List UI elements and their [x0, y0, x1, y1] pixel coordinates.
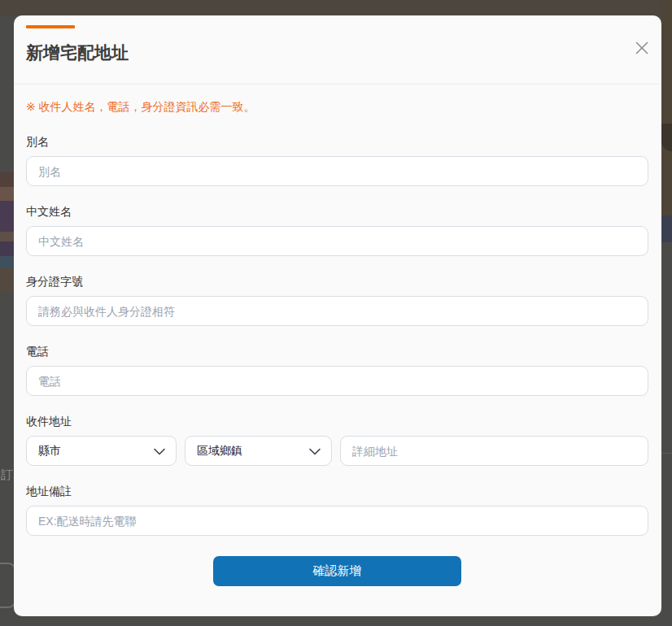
- field-chinese-name: 中文姓名: [26, 203, 648, 256]
- city-select-value: 縣市: [38, 444, 61, 459]
- submit-row: 確認新增: [26, 556, 648, 586]
- background-right-area: [661, 242, 672, 626]
- field-id-number: 身分證字號: [26, 273, 648, 326]
- alias-input[interactable]: [26, 156, 648, 186]
- alias-label: 別名: [26, 133, 648, 150]
- modal-title: 新增宅配地址: [26, 42, 648, 63]
- id-number-input[interactable]: [26, 296, 648, 326]
- background-right-illustration: [661, 0, 672, 215]
- confirm-add-button[interactable]: 確認新增: [213, 556, 461, 586]
- accent-bar: [26, 25, 75, 28]
- chinese-name-label: 中文姓名: [26, 203, 648, 220]
- phone-input[interactable]: [26, 366, 648, 396]
- field-delivery-address: 收件地址 縣市 區域鄉鎮: [26, 413, 648, 466]
- modal-header: 新增宅配地址: [14, 15, 661, 85]
- chinese-name-input[interactable]: [26, 226, 648, 256]
- address-detail-input[interactable]: [340, 436, 648, 466]
- background-right-illustration-detail: [661, 124, 672, 151]
- background-right-divider: [661, 453, 672, 454]
- close-icon: [635, 41, 649, 55]
- chevron-down-icon: [309, 445, 321, 458]
- phone-label: 電話: [26, 343, 648, 359]
- district-select-value: 區域鄉鎮: [197, 444, 242, 459]
- background-partial-text: 訂單: [1, 467, 15, 483]
- field-address-note: 地址備註: [26, 483, 648, 536]
- city-select[interactable]: 縣市: [26, 436, 177, 466]
- required-notice: ※ 收件人姓名，電話，身分證資訊必需一致。: [26, 99, 648, 115]
- chevron-down-icon: [154, 445, 165, 458]
- background-right-band: [661, 215, 672, 242]
- add-delivery-address-modal: 新增宅配地址 ※ 收件人姓名，電話，身分證資訊必需一致。 別名 中文姓名 身分證…: [14, 15, 661, 616]
- address-note-input[interactable]: [26, 506, 648, 536]
- address-note-label: 地址備註: [26, 483, 648, 499]
- district-select[interactable]: 區域鄉鎮: [185, 436, 332, 466]
- field-alias: 別名: [26, 133, 648, 186]
- close-button[interactable]: [634, 40, 650, 56]
- background-top-strip: [0, 0, 672, 15]
- id-number-label: 身分證字號: [26, 273, 648, 289]
- address-row: 縣市 區域鄉鎮: [26, 436, 648, 466]
- field-phone: 電話: [26, 343, 648, 396]
- background-person-illustration: [0, 172, 14, 291]
- delivery-address-label: 收件地址: [26, 413, 648, 429]
